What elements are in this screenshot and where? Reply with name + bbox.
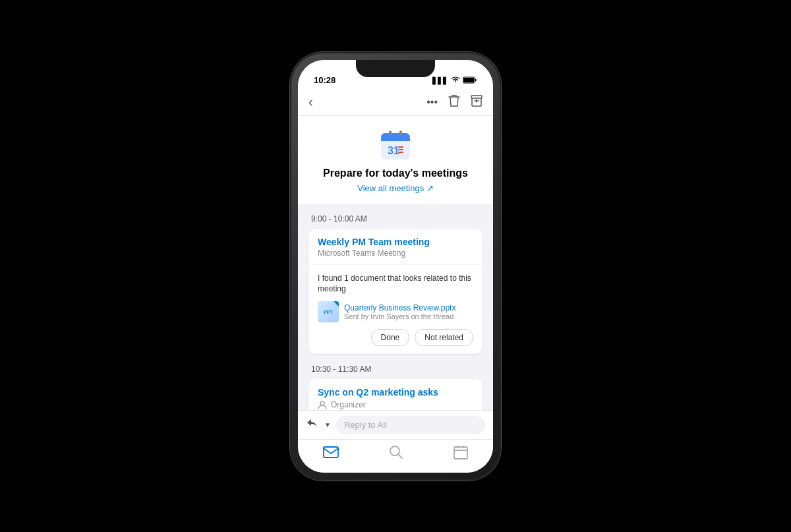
document-name[interactable]: Quarterly Business Review.pptx (344, 303, 473, 312)
svg-rect-6 (381, 138, 410, 141)
reply-input[interactable]: Reply to All (336, 416, 485, 434)
archive-button[interactable] (471, 95, 483, 109)
svg-rect-2 (475, 78, 477, 81)
top-nav: ‹ ••• (298, 89, 493, 116)
svg-rect-3 (471, 96, 482, 98)
document-thumbnail: PPT (318, 301, 339, 322)
meeting-slot-1: 9:00 - 10:00 AM Weekly PM Team meeting M… (298, 214, 493, 355)
status-icons: ▋▋▋ (432, 76, 477, 85)
phone-frame: 10:28 ▋▋▋ (290, 52, 501, 481)
svg-rect-8 (399, 131, 402, 136)
svg-rect-19 (463, 446, 464, 448)
calendar-icon (454, 445, 468, 459)
reply-bar: ▼ Reply to All (298, 410, 493, 439)
status-time: 10:28 (314, 75, 336, 85)
meeting-card-1: Weekly PM Team meeting Microsoft Teams M… (308, 229, 483, 355)
phone-screen: 10:28 ▋▋▋ (298, 60, 493, 473)
document-info: Quarterly Business Review.pptx Sent by I… (344, 303, 473, 320)
tab-mail[interactable] (323, 446, 339, 459)
svg-rect-18 (457, 446, 459, 448)
mail-icon (323, 446, 339, 459)
tab-bar (298, 439, 493, 473)
header-section: 31 Prepare for today's meetings View all… (298, 116, 493, 204)
document-row: PPT Quarterly Business Review.pptx Sent … (318, 301, 473, 322)
organizer-row: Organizer (318, 400, 473, 409)
back-button[interactable]: ‹ (308, 94, 313, 109)
reply-dropdown-icon[interactable]: ▼ (324, 421, 331, 429)
tab-calendar[interactable] (454, 445, 468, 459)
tab-search[interactable] (389, 445, 403, 459)
svg-rect-1 (463, 78, 474, 82)
not-related-button[interactable]: Not related (415, 329, 473, 346)
done-button[interactable]: Done (371, 329, 410, 346)
meeting-subtitle-1: Microsoft Teams Meeting (318, 249, 473, 258)
svg-rect-7 (389, 131, 392, 136)
svg-rect-10 (398, 146, 403, 148)
wifi-icon (451, 76, 460, 84)
prepare-title: Prepare for today's meetings (323, 167, 468, 179)
action-buttons: Done Not related (318, 329, 473, 346)
svg-line-16 (398, 454, 402, 458)
svg-point-13 (320, 401, 324, 405)
related-text: I found 1 document that looks related to… (318, 273, 473, 295)
search-icon (389, 445, 403, 459)
calendar-app-icon: 31 (380, 129, 411, 161)
svg-text:31: 31 (388, 145, 399, 156)
meeting-slot-2: 10:30 - 11:30 AM Sync on Q2 marketing as… (298, 365, 493, 409)
trash-button[interactable] (448, 94, 460, 110)
svg-rect-12 (398, 152, 403, 153)
time-range-2: 10:30 - 11:30 AM (308, 365, 483, 374)
phone-device: 10:28 ▋▋▋ (290, 52, 501, 481)
time-range-1: 9:00 - 10:00 AM (308, 214, 483, 223)
main-content: 31 Prepare for today's meetings View all… (298, 116, 493, 410)
notch (356, 60, 435, 77)
document-sender: Sent by Irvin Sayers on the thread (344, 312, 473, 320)
battery-icon (463, 76, 477, 85)
organizer-icon (318, 400, 327, 409)
nav-actions: ••• (426, 94, 483, 110)
svg-rect-14 (324, 447, 338, 458)
signal-icon: ▋▋▋ (432, 77, 448, 84)
meeting-title-2[interactable]: Sync on Q2 marketing asks (318, 387, 473, 398)
meeting-card-2: Sync on Q2 marketing asks Organizer (308, 379, 483, 409)
view-all-meetings-link[interactable]: View all meetings ↗ (357, 183, 434, 193)
more-options-button[interactable]: ••• (426, 96, 438, 108)
svg-rect-11 (398, 149, 403, 150)
organizer-label: Organizer (331, 400, 366, 409)
meeting-title-1[interactable]: Weekly PM Team meeting (318, 237, 473, 247)
svg-rect-17 (454, 447, 467, 459)
reply-icon[interactable] (306, 418, 319, 431)
meeting-related-docs: I found 1 document that looks related to… (308, 265, 483, 355)
meeting-header-1: Weekly PM Team meeting Microsoft Teams M… (308, 229, 483, 265)
